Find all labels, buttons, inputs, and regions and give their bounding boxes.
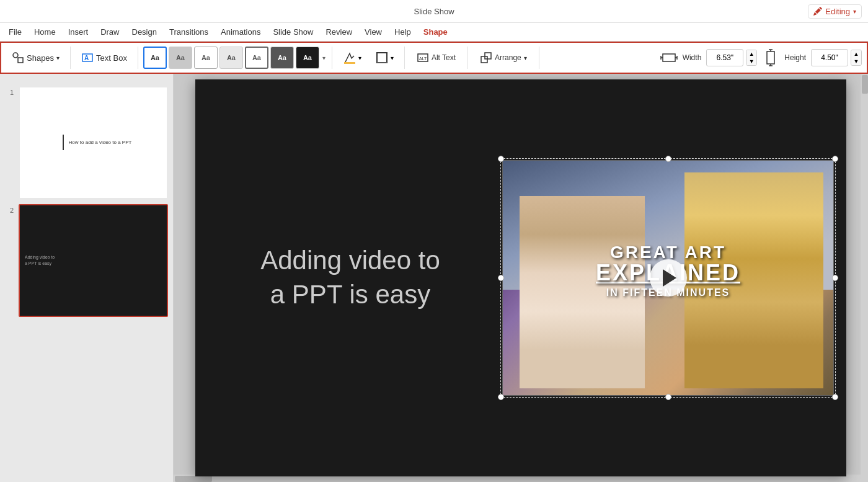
slide-main-text: Adding video toa PPT is easy <box>220 244 480 311</box>
shapes-icon <box>12 51 24 64</box>
slide-number-2: 2 <box>5 207 14 214</box>
slide-item-2: 2 Adding video toa PPT is easy GREAT ART… <box>5 204 168 317</box>
text-box-icon: A <box>81 51 94 64</box>
width-input[interactable]: 6.53" <box>706 49 743 66</box>
menu-animations[interactable]: Animations <box>215 25 267 39</box>
editing-dropdown-icon[interactable]: ▾ <box>853 8 856 15</box>
style-box-6[interactable]: Aa <box>270 47 294 69</box>
slide-thumb-2[interactable]: Adding video toa PPT is easy GREAT ARTEX… <box>19 204 168 317</box>
width-increment-button[interactable]: ▲ <box>746 50 756 58</box>
style-boxes-group: Aa Aa Aa Aa Aa Aa Aa ▾ <box>143 47 327 69</box>
menu-draw[interactable]: Draw <box>94 25 125 39</box>
slide-number-1: 1 <box>5 89 14 96</box>
vertical-scrollbar[interactable] <box>861 74 868 482</box>
video-element[interactable]: GREAT ART EXPLAINED IN FIFTEEN MINUTES <box>502 160 834 396</box>
size-controls: Width 6.53" ▲ ▼ Height 4.50" ▲ ▼ <box>660 49 862 66</box>
width-control: 6.53" ▲ ▼ <box>706 49 757 66</box>
style-box-2[interactable]: Aa <box>169 47 192 69</box>
outline-dropdown-icon[interactable]: ▾ <box>391 55 394 61</box>
slide-item-1: 1 How to add a video to a PPT <box>5 86 168 199</box>
fill-icon <box>343 51 356 65</box>
outline-button[interactable]: ▾ <box>370 48 399 68</box>
shapes-dropdown-icon[interactable]: ▾ <box>56 55 60 61</box>
width-label: Width <box>683 53 702 62</box>
svg-rect-1 <box>18 58 23 63</box>
svg-rect-11 <box>663 54 675 61</box>
menu-file[interactable]: File <box>2 25 28 39</box>
shapes-button[interactable]: Shapes ▾ <box>6 48 65 67</box>
height-decrement-button[interactable]: ▼ <box>851 58 861 65</box>
style-boxes-more-button[interactable]: ▾ <box>321 53 327 63</box>
slide-panel: 1 How to add a video to a PPT 2 Adding v… <box>0 74 174 482</box>
svg-point-0 <box>13 53 18 58</box>
height-label: Height <box>784 53 806 62</box>
svg-rect-4 <box>344 62 355 64</box>
menu-bar: File Home Insert Draw Design Transitions… <box>0 23 868 42</box>
menu-help[interactable]: Help <box>388 25 417 39</box>
menu-transitions[interactable]: Transitions <box>163 25 215 39</box>
arrange-label: Arrange <box>495 53 521 62</box>
svg-rect-6 <box>377 62 387 63</box>
height-control: 4.50" ▲ ▼ <box>811 49 862 66</box>
menu-insert[interactable]: Insert <box>62 25 95 39</box>
menu-slideshow[interactable]: Slide Show <box>267 25 319 39</box>
slide-thumb-1[interactable]: How to add a video to a PPT <box>19 86 168 199</box>
svg-rect-5 <box>377 53 387 63</box>
svg-rect-9 <box>481 56 487 63</box>
pencil-icon <box>813 7 822 16</box>
style-box-5[interactable]: Aa <box>245 47 268 69</box>
alt-text-label: Alt Text <box>432 53 456 62</box>
width-spinner: ▲ ▼ <box>746 50 757 66</box>
menu-home[interactable]: Home <box>28 25 62 39</box>
slide-thumb-1-inner: How to add a video to a PPT <box>20 87 167 198</box>
menu-shape[interactable]: Shape <box>417 25 454 39</box>
width-decrement-button[interactable]: ▼ <box>746 58 756 65</box>
menu-design[interactable]: Design <box>126 25 163 39</box>
video-play-button[interactable] <box>650 259 687 297</box>
editing-mode-button[interactable]: Editing ▾ <box>808 4 862 19</box>
style-box-7[interactable]: Aa <box>296 47 319 69</box>
slide-thumb-2-inner: Adding video toa PPT is easy GREAT ARTEX… <box>20 205 167 316</box>
slide-2-text-small: Adding video toa PPT is easy <box>25 254 81 267</box>
height-spinner: ▲ ▼ <box>851 50 862 66</box>
menu-view[interactable]: View <box>358 25 388 39</box>
svg-rect-16 <box>767 51 774 64</box>
text-box-label: Text Box <box>96 53 127 63</box>
shape-ribbon: Shapes ▾ A Text Box Aa Aa Aa Aa Aa Aa <box>0 42 868 74</box>
style-box-4[interactable]: Aa <box>219 47 243 69</box>
ribbon-separator-2 <box>138 47 138 69</box>
width-icon <box>660 49 678 66</box>
menu-review[interactable]: Review <box>319 25 358 39</box>
height-input[interactable]: 4.50" <box>811 49 848 66</box>
svg-rect-10 <box>485 53 491 59</box>
editor-area: Adding video toa PPT is easy GREAT ART E… <box>174 74 868 482</box>
style-box-1[interactable]: Aa <box>143 47 167 69</box>
shapes-label: Shapes <box>27 53 54 63</box>
main-area: 1 How to add a video to a PPT 2 Adding v… <box>0 74 868 482</box>
ribbon-separator-3 <box>332 47 332 69</box>
arrange-button[interactable]: Arrange ▾ <box>473 48 534 67</box>
text-box-button[interactable]: A Text Box <box>76 48 133 67</box>
alt-text-button[interactable]: ALT Alt Text <box>410 48 463 67</box>
video-inner: GREAT ART EXPLAINED IN FIFTEEN MINUTES <box>503 161 833 395</box>
arrange-icon <box>480 51 492 64</box>
svg-text:A: A <box>84 55 89 61</box>
ribbon-separator-1 <box>70 47 71 69</box>
height-increment-button[interactable]: ▲ <box>851 50 861 58</box>
arrange-dropdown-icon[interactable]: ▾ <box>524 55 527 61</box>
title-bar: Slide Show Editing ▾ <box>0 0 868 23</box>
ribbon-separator-6 <box>539 47 539 69</box>
outline-icon <box>375 51 389 65</box>
slide-canvas: Adding video toa PPT is easy GREAT ART E… <box>195 79 846 476</box>
fill-button[interactable]: ▾ <box>337 48 367 68</box>
alt-text-icon: ALT <box>417 51 429 64</box>
svg-text:ALT: ALT <box>419 56 427 61</box>
slide-show-label: Slide Show <box>414 7 454 16</box>
slide-2-text-thumbnail: Adding video toa PPT is easy <box>20 249 86 272</box>
ribbon-separator-5 <box>467 47 468 69</box>
fill-dropdown-icon[interactable]: ▾ <box>358 55 361 61</box>
slide-1-text: How to add a video to a PPT <box>63 135 137 150</box>
style-box-3[interactable]: Aa <box>194 47 218 69</box>
editing-label: Editing <box>825 7 850 16</box>
ribbon-separator-4 <box>404 47 405 69</box>
